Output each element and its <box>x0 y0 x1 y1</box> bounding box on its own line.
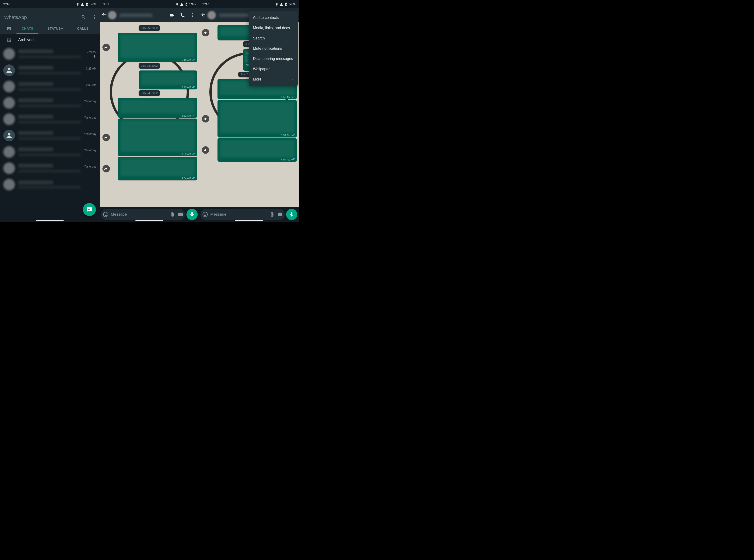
back-button[interactable] <box>101 12 107 18</box>
avatar <box>3 146 15 158</box>
overflow-menu: Add to contacts Media, links, and docs S… <box>249 11 298 86</box>
archived-label: Archived <box>18 38 34 42</box>
wifi-icon <box>76 2 80 6</box>
emoji-icon[interactable] <box>202 212 208 217</box>
msg-time: 3:52 AM <box>281 96 291 98</box>
chat-preview-redacted <box>18 153 81 156</box>
more-icon[interactable] <box>190 13 195 18</box>
new-chat-fab[interactable] <box>83 203 96 216</box>
svg-point-10 <box>203 212 207 217</box>
signal-icon <box>180 2 184 6</box>
wifi-icon <box>175 2 179 6</box>
chat-name-redacted <box>18 66 53 69</box>
header-avatar[interactable] <box>108 11 116 19</box>
message-input[interactable]: Message <box>200 209 285 220</box>
menu-more[interactable]: More <box>249 74 298 84</box>
date-separator: July 20, 2022 <box>139 25 160 31</box>
camera-icon[interactable] <box>178 212 183 217</box>
read-ticks-icon <box>192 114 195 117</box>
signal-icon <box>80 2 84 6</box>
battery-percent: 59% <box>289 2 295 6</box>
nav-handle[interactable] <box>235 220 263 221</box>
mic-icon <box>289 212 295 217</box>
more-icon[interactable] <box>92 15 97 20</box>
menu-media-links-docs[interactable]: Media, links, and docs <box>249 23 298 33</box>
forward-icon[interactable] <box>102 165 110 173</box>
chat-item[interactable]: Yesterday <box>0 144 100 160</box>
status-bar: 3:37 59% <box>0 0 100 8</box>
mic-button[interactable] <box>186 209 198 220</box>
nav-handle[interactable] <box>36 220 64 221</box>
chat-item[interactable]: Yesterday <box>0 95 100 111</box>
camera-tab[interactable] <box>4 26 14 31</box>
archived-row[interactable]: Archived <box>0 34 100 46</box>
app-title: WhatsApp <box>4 15 27 20</box>
menu-disappearing[interactable]: Disappearing messages <box>249 54 298 64</box>
menu-add-contacts[interactable]: Add to contacts <box>249 13 298 23</box>
svg-point-0 <box>94 15 95 16</box>
tab-status[interactable]: STATUS <box>41 23 69 34</box>
mic-icon <box>189 212 195 217</box>
input-placeholder: Message <box>111 212 167 217</box>
message-row[interactable]: 5:43 AM <box>101 71 197 89</box>
message-input[interactable]: Message <box>101 209 185 220</box>
msg-time: 4:04 AM <box>182 177 191 180</box>
battery-percent: 59% <box>189 2 196 6</box>
chat-preview-redacted <box>18 121 81 124</box>
header-contact-name-redacted[interactable] <box>120 14 152 17</box>
svg-point-4 <box>192 13 193 14</box>
message-row[interactable]: 4:04 AM <box>201 138 297 162</box>
menu-search[interactable]: Search <box>249 33 298 43</box>
message-icon <box>86 207 92 212</box>
video-call-icon[interactable] <box>170 13 175 18</box>
voice-call-icon[interactable] <box>180 13 185 18</box>
tab-chats[interactable]: CHATS <box>14 23 41 34</box>
chat-item[interactable] <box>0 176 100 193</box>
attach-icon[interactable] <box>269 212 275 217</box>
message-row[interactable]: 3:52 AM <box>101 98 197 118</box>
chat-item[interactable]: Yesterday <box>0 160 100 176</box>
avatar <box>3 97 15 109</box>
chat-time: Yesterday <box>84 132 96 136</box>
forward-icon[interactable] <box>202 115 209 122</box>
header-contact-name-redacted[interactable] <box>219 14 252 17</box>
svg-point-8 <box>104 214 105 215</box>
read-ticks-icon <box>192 58 195 61</box>
chat-area[interactable]: July 20, 2022 5:19 AM July 23, 2022 5:43… <box>100 22 199 207</box>
read-ticks-icon <box>291 134 295 137</box>
mic-button[interactable] <box>286 209 297 220</box>
forward-icon[interactable] <box>202 146 209 154</box>
emoji-icon[interactable] <box>103 212 108 217</box>
svg-point-12 <box>205 214 206 215</box>
forward-icon[interactable] <box>202 29 209 36</box>
chat-time: Yesterday <box>84 165 96 168</box>
chat-item[interactable]: 3:29 AM <box>0 62 100 78</box>
chat-item[interactable]: Yesterday <box>0 127 100 144</box>
message-row[interactable]: 4:04 AM <box>101 157 197 180</box>
chat-item[interactable]: 7/24/22 <box>0 46 100 62</box>
forward-icon[interactable] <box>102 134 110 141</box>
tab-bar: CHATS STATUS CALLS <box>4 23 97 34</box>
avatar <box>3 81 15 93</box>
read-ticks-icon <box>192 152 195 155</box>
chat-item[interactable]: 2:53 AM <box>0 78 100 95</box>
menu-mute[interactable]: Mute notifications <box>249 43 298 54</box>
message-row[interactable]: 3:52 AM <box>201 100 297 137</box>
msg-time: 3:52 AM <box>182 114 191 117</box>
header-avatar[interactable] <box>207 11 216 19</box>
back-button[interactable] <box>200 12 206 18</box>
search-icon[interactable] <box>81 15 86 20</box>
attach-icon[interactable] <box>170 212 175 217</box>
message-row[interactable]: 5:19 AM <box>101 33 197 62</box>
chat-time: 3:29 AM <box>86 67 96 70</box>
forward-icon[interactable] <box>102 44 110 51</box>
menu-wallpaper[interactable]: Wallpaper <box>249 64 298 74</box>
camera-icon[interactable] <box>277 212 283 217</box>
msg-time: 3:52 AM <box>281 134 291 137</box>
nav-handle[interactable] <box>135 220 163 221</box>
chat-item[interactable]: Yesterday <box>0 111 100 127</box>
avatar <box>3 179 15 191</box>
tab-calls[interactable]: CALLS <box>69 23 97 34</box>
battery-icon <box>184 2 188 6</box>
message-row[interactable]: 3:52 AM <box>101 119 197 156</box>
